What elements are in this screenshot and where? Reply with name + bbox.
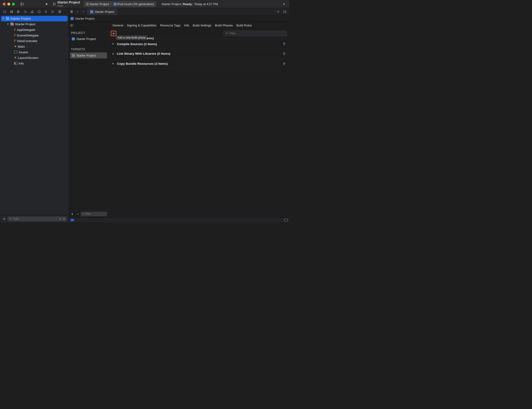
navigator-filter-input[interactable] [13, 217, 57, 220]
library-add-button[interactable] [282, 2, 286, 7]
project-item[interactable]: Starter Project [70, 36, 107, 42]
target-item-label: Starter Project [76, 54, 96, 57]
disclosure-icon[interactable] [112, 43, 115, 45]
filter-icon [225, 32, 228, 35]
jump-bar[interactable]: Starter Project [69, 15, 290, 22]
tab-build-settings[interactable]: Build Settings [193, 24, 211, 27]
disclosure-icon[interactable] [112, 53, 115, 55]
navigator-file[interactable]: ⤴︎AppDelegate [0, 27, 69, 33]
navigator-file-label: LaunchScreen [18, 56, 38, 60]
editor-tab-label: Starter Project [95, 10, 114, 14]
tab-info[interactable]: Info [184, 24, 189, 27]
toggle-outline-button[interactable] [69, 24, 75, 27]
project-navigator: Starter Project Starter Project ⤴︎AppDel… [0, 15, 69, 222]
editor-tab[interactable]: Starter Project [87, 8, 117, 15]
plist-icon [14, 62, 17, 65]
build-phase-label: Compile Sources (3 items) [117, 42, 157, 46]
project-section-header: PROJECT [69, 29, 108, 35]
toggle-navigator-button[interactable] [20, 2, 25, 7]
window-close-button[interactable] [3, 3, 6, 5]
project-title: Starter Project [57, 0, 80, 4]
add-build-phase-tooltip: Add a new build phase [116, 35, 147, 40]
navigator-file[interactable]: ⤴︎SceneDelegate [0, 33, 69, 38]
related-items-button[interactable] [69, 9, 75, 15]
navigator-file-label: Info [19, 62, 24, 65]
navigator-file-label: AppDelegate [17, 28, 35, 32]
report-navigator-tab[interactable] [57, 9, 63, 14]
app-icon [86, 3, 89, 5]
debug-navigator-tab[interactable] [43, 9, 49, 14]
project-navigator-tab[interactable] [2, 9, 8, 14]
build-phase-row[interactable]: Link Binary With Libraries (0 items) [112, 49, 286, 59]
source-control-branch[interactable]: Starter Project main [53, 0, 80, 8]
editor-options-button[interactable] [275, 9, 281, 15]
debug-indicator[interactable] [70, 219, 74, 221]
navigator-file[interactable]: Assets [0, 49, 69, 55]
scm-filter-icon[interactable] [63, 218, 65, 220]
project-icon [90, 10, 93, 13]
titlebar: Starter Project main Starter Project 〉 i… [0, 0, 290, 8]
toggle-inspector-button[interactable] [282, 9, 288, 15]
svg-rect-27 [70, 12, 71, 13]
scheme-separator: 〉 [110, 2, 113, 6]
navigator-selector-bar [0, 8, 69, 15]
storyboard-icon: ✕ [14, 56, 17, 59]
swift-icon: ⤴︎ [14, 34, 16, 37]
navigator-file-label: Main [18, 45, 25, 48]
issue-navigator-tab[interactable] [29, 9, 35, 14]
build-phase-row[interactable]: Copy Bundle Resources (3 items) [112, 59, 286, 68]
delete-phase-button[interactable] [283, 62, 286, 65]
storyboard-icon: ✕ [14, 45, 17, 48]
add-build-phase-button[interactable]: + [111, 31, 116, 36]
navigator-filter[interactable] [8, 216, 67, 221]
navigator-group-label: Starter Project [15, 22, 35, 26]
navigator-file-label: Assets [19, 50, 28, 54]
phases-filter[interactable] [224, 31, 287, 36]
window-zoom-button[interactable] [12, 3, 15, 5]
add-button[interactable] [2, 216, 7, 221]
disclosure-icon[interactable] [112, 62, 115, 65]
debug-bar [69, 217, 290, 222]
svg-point-20 [45, 11, 46, 12]
navigator-group[interactable]: Starter Project [0, 21, 69, 27]
build-phase-label: Link Binary With Libraries (0 items) [117, 52, 170, 56]
toggle-debug-area-button[interactable] [284, 219, 288, 221]
build-phase-row[interactable]: Compile Sources (3 items) [112, 39, 286, 49]
tab-resource-tags[interactable]: Resource Tags [160, 24, 180, 27]
svg-rect-11 [17, 10, 18, 11]
window-minimize-button[interactable] [8, 3, 10, 5]
scheme-target-label: Starter Project [90, 2, 109, 6]
clock-icon[interactable] [59, 218, 62, 220]
tab-signing[interactable]: Signing & Capabilities [127, 24, 157, 27]
navigator-file[interactable]: ✕LaunchScreen [0, 55, 69, 61]
swift-icon: ⤴︎ [14, 39, 16, 43]
run-button[interactable] [44, 2, 49, 7]
delete-phase-button[interactable] [283, 52, 286, 55]
find-navigator-tab[interactable] [22, 9, 28, 14]
obscured-phase-text: ems) [147, 36, 154, 40]
target-item[interactable]: Starter Project [70, 52, 107, 58]
source-control-navigator-tab[interactable] [9, 9, 15, 14]
scheme-selector[interactable]: Starter Project 〉 iPod touch (7th genera… [84, 1, 157, 7]
test-navigator-tab[interactable] [36, 9, 42, 14]
svg-marker-2 [46, 3, 48, 5]
remove-target-button[interactable]: − [75, 211, 80, 216]
go-back-button[interactable] [75, 9, 81, 15]
delete-phase-button[interactable] [283, 42, 286, 45]
phases-filter-input[interactable] [229, 32, 285, 35]
navigator-root[interactable]: Starter Project [1, 16, 68, 21]
breakpoint-navigator-tab[interactable] [50, 9, 56, 14]
tab-build-rules[interactable]: Build Rules [236, 24, 252, 27]
symbol-navigator-tab[interactable] [15, 9, 21, 14]
svg-point-4 [53, 5, 54, 5]
navigator-file[interactable]: Info [0, 61, 69, 66]
navigator-file[interactable]: ✕Main [0, 44, 69, 49]
navigator-file[interactable]: ⤴︎ViewController [0, 38, 69, 44]
svg-rect-12 [17, 12, 18, 13]
add-target-button[interactable]: + [70, 211, 75, 216]
tab-general[interactable]: General [112, 24, 123, 27]
targets-filter[interactable] [81, 211, 107, 216]
go-forward-button[interactable] [81, 9, 86, 15]
tab-build-phases[interactable]: Build Phases [215, 24, 233, 27]
targets-filter-input[interactable] [85, 212, 106, 216]
